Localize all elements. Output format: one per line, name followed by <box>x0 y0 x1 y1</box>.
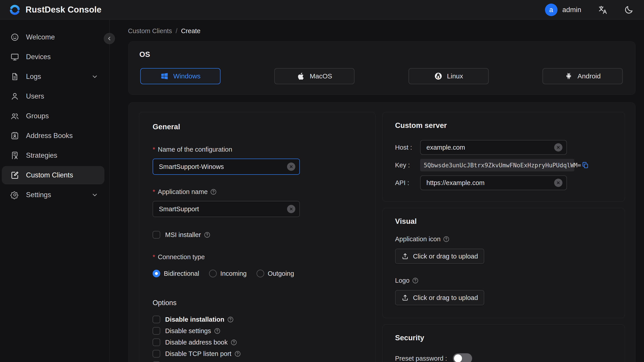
help-icon[interactable] <box>204 232 211 238</box>
sidebar-item-label: Address Books <box>26 132 73 140</box>
radio-bidirectional[interactable]: Bidirectional <box>152 270 199 277</box>
chevron-left-icon <box>106 36 112 42</box>
os-button-label: Windows <box>173 72 200 80</box>
api-input[interactable] <box>420 176 567 190</box>
outgoing-radio[interactable] <box>256 270 264 277</box>
help-icon[interactable] <box>234 350 241 357</box>
help-icon[interactable] <box>230 339 237 346</box>
custom-server-panel: Custom server Host : <box>382 112 625 202</box>
os-button-macos[interactable]: MacOS <box>274 68 354 84</box>
sidebar-item-label: Strategies <box>26 152 57 160</box>
header-actions: a admin <box>545 4 635 16</box>
config-name-input[interactable] <box>152 158 300 175</box>
main-content: Custom Clients / Create OS Windows <box>110 20 644 362</box>
clear-x-icon <box>289 207 293 211</box>
host-input[interactable] <box>420 140 567 155</box>
logo-label: Logo <box>395 277 612 284</box>
sidebar: Welcome Devices Logs Users <box>0 20 110 362</box>
required-mark: * <box>152 253 155 261</box>
breadcrumb: Custom Clients / Create <box>128 27 636 35</box>
required-mark: * <box>152 188 155 196</box>
sidebar-item-welcome[interactable]: Welcome <box>2 28 104 46</box>
help-icon[interactable] <box>214 328 221 334</box>
general-panel: General * Name of the configuration <box>139 112 376 362</box>
language-button[interactable] <box>596 4 609 16</box>
config-name-field: * Name of the configuration <box>152 146 362 175</box>
clear-api-button[interactable] <box>554 179 562 187</box>
option-disable-user-account[interactable]: Disable user account <box>152 361 362 362</box>
configuration-section: General * Name of the configuration <box>128 102 636 362</box>
sidebar-item-settings[interactable]: Settings <box>2 186 104 204</box>
application-icon-upload-button[interactable]: Click or drag to upload <box>395 249 484 264</box>
disable-settings-checkbox[interactable] <box>152 327 160 335</box>
options-list: Disable installation Disable settings Di… <box>152 315 362 362</box>
incoming-radio[interactable] <box>209 270 217 277</box>
sidebar-item-devices[interactable]: Devices <box>2 48 104 66</box>
preset-password-row: Preset password : <box>395 353 612 362</box>
connection-type-label: * Connection type <box>152 253 362 261</box>
help-icon[interactable] <box>412 277 419 284</box>
sidebar-item-groups[interactable]: Groups <box>2 107 104 125</box>
breadcrumb-parent[interactable]: Custom Clients <box>128 27 172 35</box>
options-title: Options <box>152 299 362 307</box>
security-title: Security <box>395 334 612 342</box>
clear-config-name-button[interactable] <box>287 163 295 171</box>
os-button-android[interactable]: Android <box>542 68 623 84</box>
os-button-label: Android <box>578 72 600 80</box>
sidebar-item-strategies[interactable]: Strategies <box>2 146 104 165</box>
config-name-label: * Name of the configuration <box>152 146 362 153</box>
right-column: Custom server Host : <box>382 112 625 362</box>
sidebar-item-custom-clients[interactable]: Custom Clients <box>2 166 104 184</box>
msi-installer-checkbox[interactable] <box>152 231 160 238</box>
os-options: Windows MacOS <box>140 68 624 84</box>
radio-outgoing[interactable]: Outgoing <box>256 270 294 277</box>
clear-host-button[interactable] <box>554 143 562 152</box>
help-icon[interactable] <box>443 236 450 242</box>
option-disable-address-book[interactable]: Disable address book <box>152 338 362 347</box>
option-disable-tcp-listen-port[interactable]: Disable TCP listen port <box>152 349 362 358</box>
custom-server-title: Custom server <box>395 121 612 130</box>
disable-installation-checkbox[interactable] <box>152 316 160 323</box>
copy-key-button[interactable] <box>581 161 590 169</box>
windows-logo-icon <box>160 72 169 80</box>
help-icon[interactable] <box>227 316 234 323</box>
user-menu[interactable]: a admin <box>545 4 581 16</box>
sidebar-item-label: Custom Clients <box>26 171 73 179</box>
dark-mode-button[interactable] <box>622 4 635 16</box>
option-disable-settings[interactable]: Disable settings <box>152 326 362 335</box>
sidebar-item-label: Users <box>26 92 44 100</box>
sidebar-item-users[interactable]: Users <box>2 87 104 106</box>
smiley-icon <box>10 33 19 42</box>
gear-icon <box>10 190 19 199</box>
bidirectional-radio[interactable] <box>152 270 160 277</box>
os-button-windows[interactable]: Windows <box>140 68 220 84</box>
sidebar-item-label: Devices <box>26 53 51 61</box>
disable-tcp-listen-port-checkbox[interactable] <box>152 350 160 358</box>
key-label: Key : <box>395 162 420 169</box>
help-icon[interactable] <box>210 188 217 195</box>
disable-address-book-checkbox[interactable] <box>152 338 160 346</box>
sidebar-item-label: Logs <box>26 72 41 81</box>
key-row: Key : 5Qbwsde3unUcJBtrx9ZkvUmwFNoExHzpry… <box>395 158 612 172</box>
msi-installer-option[interactable]: MSI installer <box>152 231 362 238</box>
preset-password-label: Preset password : <box>395 355 447 362</box>
clear-x-icon <box>289 165 293 169</box>
monitor-icon <box>10 52 19 62</box>
translate-icon <box>598 5 608 15</box>
sidebar-item-address-books[interactable]: Address Books <box>2 126 104 145</box>
app-name-label: * Application name <box>152 188 362 196</box>
chevron-down-icon <box>91 73 98 80</box>
radio-incoming[interactable]: Incoming <box>209 270 247 277</box>
avatar[interactable]: a <box>545 4 558 16</box>
sidebar-item-logs[interactable]: Logs <box>2 68 104 86</box>
os-button-linux[interactable]: Linux <box>408 68 489 84</box>
logo-upload-button[interactable]: Click or drag to upload <box>395 290 484 305</box>
clear-app-name-button[interactable] <box>287 205 295 213</box>
option-disable-installation[interactable]: Disable installation <box>152 315 362 324</box>
preset-password-toggle[interactable] <box>453 353 472 362</box>
sidebar-item-label: Welcome <box>26 33 55 41</box>
host-row: Host : <box>395 140 612 155</box>
sidebar-collapse-button[interactable] <box>104 33 115 44</box>
app-name-input[interactable] <box>152 201 300 217</box>
linux-tux-icon <box>434 72 442 80</box>
